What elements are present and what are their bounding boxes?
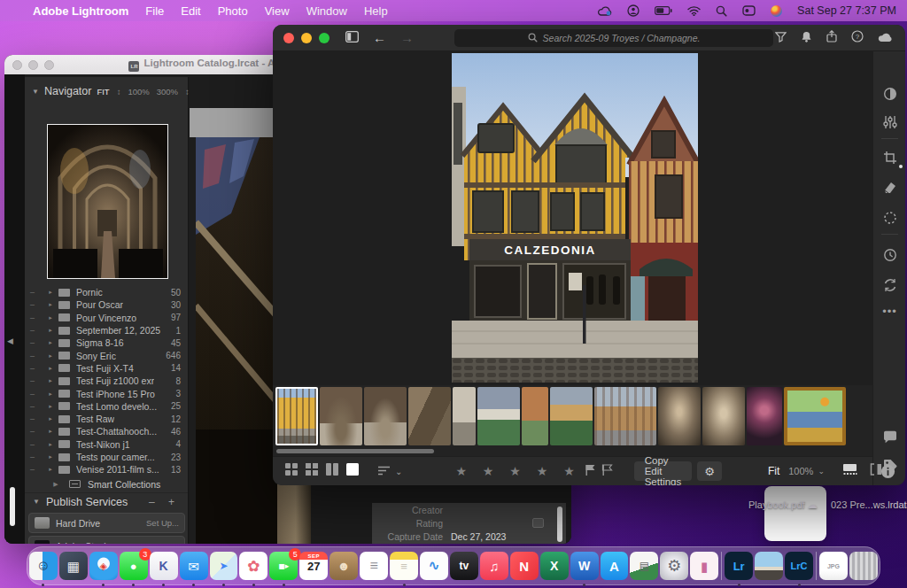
navigator-zoom-100[interactable]: 100% (128, 87, 149, 97)
lightroom[interactable]: Lr . (725, 552, 753, 580)
folder-name[interactable]: Test Lomo develo... (76, 401, 157, 412)
edit-icon[interactable] (873, 87, 905, 101)
image-capture[interactable]: ▤ (630, 552, 658, 580)
reject-flag-icon[interactable] (601, 463, 613, 479)
dock-divider[interactable] (815, 552, 818, 580)
folder-name[interactable]: Pour Oscar (76, 299, 123, 310)
metadata-scrollbar[interactable] (557, 507, 562, 542)
thumb-nave-2[interactable] (702, 387, 745, 445)
news[interactable]: N (510, 552, 539, 580)
lightroom-window[interactable]: ← → Search 2025-09 Troyes / Champagne. ? (273, 25, 905, 485)
fit-label[interactable]: Fit (768, 465, 779, 477)
folder-row[interactable]: – ▸ Test-Nikon j1 4 (25, 438, 188, 451)
folder-name[interactable]: Tests pour camer... (76, 452, 155, 462)
folder-name[interactable]: Sony Eric (76, 351, 116, 361)
system-settings[interactable]: ⚙ (660, 552, 688, 580)
publish-services-header[interactable]: ▼ Publish Services – + (25, 492, 188, 510)
notes[interactable]: ≡ . (390, 552, 418, 580)
filmstrip-scrollbar[interactable] (276, 449, 434, 453)
folder-name[interactable]: Test-Chattahooch... (76, 426, 157, 437)
zoom-button[interactable] (319, 33, 329, 43)
folder-row[interactable]: – ▸ Venise 2011-film s... 13 (25, 463, 188, 476)
app-store[interactable]: A (601, 552, 629, 580)
star-rating[interactable]: ★ ★ ★ ★ ★ (455, 464, 580, 478)
publish-service-name[interactable]: Adobe Stock (56, 541, 109, 545)
before-after-icon[interactable] (870, 463, 883, 479)
folder-row[interactable]: – ▸ Sony Eric 646 (25, 349, 188, 361)
settings-gear-button[interactable]: ⚙ (697, 461, 722, 481)
disclosure-icon[interactable]: ▸ (44, 339, 57, 346)
pick-flag-icon[interactable] (585, 463, 596, 479)
iphone-mirroring[interactable]: ▮ (690, 552, 718, 580)
folder-name[interactable]: Test-Nikon j1 (76, 439, 130, 450)
folder-row[interactable]: – ▸ Test iPhone 15 Pro 3 (25, 387, 188, 399)
passwords[interactable]: K . (150, 552, 178, 580)
folder-name[interactable]: Venise 2011-film s... (76, 464, 159, 475)
disclosure-icon[interactable]: ▸ (44, 453, 57, 460)
disclosure-icon[interactable]: ▶ (50, 481, 62, 488)
trash[interactable] (849, 552, 878, 580)
folder-name[interactable]: Pornic (76, 287, 103, 298)
photos-folder[interactable] (755, 552, 783, 580)
disclosure-icon[interactable]: ▸ (44, 314, 57, 321)
lightroom-titlebar[interactable]: ← → Search 2025-09 Troyes / Champagne. ? (273, 25, 905, 51)
word[interactable]: W . (570, 552, 599, 580)
disclosure-icon[interactable]: ▸ (44, 352, 57, 360)
battery-icon[interactable] (655, 6, 672, 15)
safari[interactable]: ◈ . (89, 552, 118, 580)
folder-row[interactable]: – ▸ September 12, 2025 1 (25, 324, 188, 337)
disclosure-icon[interactable]: ▸ (44, 377, 57, 384)
thumb-rose-window[interactable] (747, 387, 782, 445)
back-button[interactable]: ← (373, 30, 386, 45)
folder-row[interactable]: – ▸ Test Fuji X-T4 14 (25, 362, 188, 375)
dock-divider[interactable] (720, 552, 723, 580)
thumb-painting[interactable] (784, 387, 846, 445)
thumb-calzedonia[interactable] (275, 387, 318, 445)
thumb-castle-garden[interactable] (477, 387, 520, 445)
presets-icon[interactable] (873, 115, 905, 129)
folder-row[interactable]: – ▸ Pour Oscar 30 (25, 298, 188, 311)
launchpad[interactable]: ▦ (59, 552, 88, 580)
finder[interactable]: ☺ . (29, 552, 58, 580)
forward-button[interactable]: → (400, 30, 414, 45)
disclosure-icon[interactable]: ▸ (44, 327, 57, 334)
folder-name[interactable]: Test Fuji z1000 exr (76, 375, 154, 386)
freeform[interactable]: ∿ (420, 552, 448, 580)
thumb-canal-houses[interactable] (522, 387, 548, 445)
menu-item-help[interactable]: Help (364, 4, 388, 18)
disclosure-icon[interactable]: ▸ (44, 441, 57, 448)
publish-service-action[interactable]: Set Up... (146, 541, 179, 544)
share-icon[interactable] (826, 30, 837, 46)
sort-icon[interactable] (378, 466, 391, 477)
thumb-street-cars[interactable] (594, 387, 656, 445)
history-icon[interactable] (873, 248, 905, 262)
smart-collections-row[interactable]: ▶ Smart Collections (25, 477, 188, 491)
folder-row[interactable]: – ▸ Pour Vincenzo 97 (25, 312, 188, 324)
disclosure-icon[interactable]: ▸ (44, 391, 57, 398)
wifi-icon[interactable] (687, 6, 701, 16)
disclosure-icon[interactable]: ▸ (44, 415, 57, 422)
folder-row[interactable]: – ▸ Pornic 50 (25, 286, 188, 298)
thumb-arch-1[interactable] (320, 387, 362, 445)
menu-clock[interactable]: Sat Sep 27 7:37 PM (797, 4, 896, 17)
navigator-fit[interactable]: FIT (97, 87, 109, 97)
disclosure-icon[interactable]: ▸ (44, 403, 57, 410)
masking-icon[interactable] (873, 211, 905, 225)
facetime[interactable]: ◼▸ 5 . (269, 552, 298, 580)
menu-item-file[interactable]: File (145, 4, 164, 18)
help-icon[interactable]: ? (851, 30, 864, 46)
music[interactable]: ♫ (480, 552, 508, 580)
folder-row[interactable]: – ▸ Test Raw 12 (25, 413, 188, 425)
search-field[interactable]: Search 2025-09 Troyes / Champagne. (454, 29, 773, 47)
comments-icon[interactable] (873, 430, 905, 444)
filter-icon[interactable] (775, 30, 787, 46)
disclosure-icon[interactable]: ▸ (44, 289, 57, 296)
navigator-zoom-300[interactable]: 300% (157, 87, 178, 97)
publish-service-row[interactable]: Hard Drive Set Up... (28, 513, 185, 533)
square-grid-view-icon[interactable] (306, 463, 318, 479)
account-icon[interactable] (627, 4, 640, 17)
zoom-stepper-icon[interactable]: ↕ (185, 87, 190, 97)
folder-name[interactable]: Test Raw (76, 414, 114, 424)
background-scrollbar[interactable] (10, 487, 15, 526)
publish-service-name[interactable]: Hard Drive (56, 518, 100, 529)
